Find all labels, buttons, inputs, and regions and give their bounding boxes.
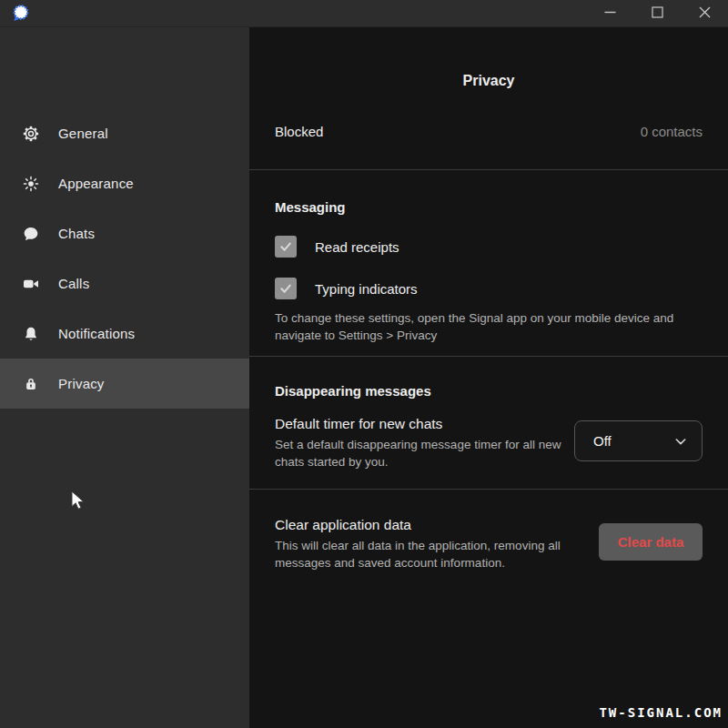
blocked-label: Blocked: [275, 124, 323, 139]
sidebar-item-appearance[interactable]: Appearance: [0, 158, 249, 208]
brightness-icon: [22, 175, 40, 193]
sidebar-item-label: Calls: [58, 276, 89, 291]
typing-indicators-checkbox[interactable]: [275, 278, 297, 299]
section-divider: [249, 169, 728, 170]
default-timer-select[interactable]: Off: [574, 420, 703, 461]
blocked-count: 0 contacts: [641, 124, 703, 139]
settings-nav: General Appearance: [0, 108, 249, 409]
sidebar-item-label: Appearance: [58, 176, 134, 191]
signal-settings-window: General Appearance: [0, 0, 728, 728]
clear-data-description: This will clear all data in the applicat…: [275, 538, 571, 571]
signal-logo-icon: [10, 3, 31, 24]
maximize-icon: [652, 5, 663, 22]
chevron-down-icon: [673, 434, 688, 449]
sidebar-item-privacy[interactable]: Privacy: [0, 359, 249, 409]
sidebar-item-label: Chats: [58, 226, 95, 241]
section-divider: [249, 356, 728, 357]
typing-indicators-label: Typing indicators: [315, 281, 418, 297]
messaging-section-header: Messaging: [275, 199, 346, 215]
close-button[interactable]: [681, 0, 728, 27]
lock-icon: [22, 375, 40, 393]
video-camera-icon: [22, 275, 40, 293]
section-divider: [249, 489, 728, 490]
default-timer-label: Default timer for new chats: [275, 416, 442, 432]
chat-bubble-icon: [22, 225, 40, 243]
bell-icon: [22, 325, 40, 343]
default-timer-value: Off: [593, 433, 612, 449]
watermark: TW-SIGNAL.COM: [599, 705, 723, 720]
privacy-settings-panel: Privacy Blocked 0 contacts Messaging Rea…: [249, 27, 728, 728]
sidebar-item-calls[interactable]: Calls: [0, 258, 249, 308]
close-icon: [699, 5, 711, 22]
page-title: Privacy: [249, 73, 728, 89]
checkmark-icon: [278, 281, 293, 296]
sidebar-item-chats[interactable]: Chats: [0, 208, 249, 258]
sidebar-item-notifications[interactable]: Notifications: [0, 308, 249, 359]
blocked-row: Blocked 0 contacts: [275, 124, 703, 139]
title-bar: [0, 0, 728, 27]
read-receipts-checkbox[interactable]: [275, 236, 297, 258]
disappearing-section-header: Disappearing messages: [275, 383, 431, 399]
clear-data-button[interactable]: Clear data: [599, 523, 703, 561]
minimize-icon: [604, 5, 616, 22]
read-receipts-row: Read receipts: [275, 236, 399, 258]
clear-data-header: Clear application data: [275, 517, 411, 533]
sidebar-item-label: Privacy: [58, 376, 105, 391]
maximize-button[interactable]: [633, 0, 681, 27]
sidebar-item-label: General: [58, 126, 108, 141]
checkmark-icon: [278, 239, 293, 254]
read-receipts-label: Read receipts: [315, 239, 399, 255]
messaging-note: To change these settings, open the Signa…: [275, 310, 686, 344]
sidebar-item-label: Notifications: [58, 326, 135, 341]
minimize-button[interactable]: [586, 0, 633, 27]
gear-icon: [22, 125, 40, 143]
window-controls: [586, 0, 728, 27]
sidebar-item-general[interactable]: General: [0, 108, 249, 158]
settings-sidebar: General Appearance: [0, 27, 249, 728]
typing-indicators-row: Typing indicators: [275, 278, 418, 299]
default-timer-description: Set a default disappearing message timer…: [275, 437, 564, 470]
